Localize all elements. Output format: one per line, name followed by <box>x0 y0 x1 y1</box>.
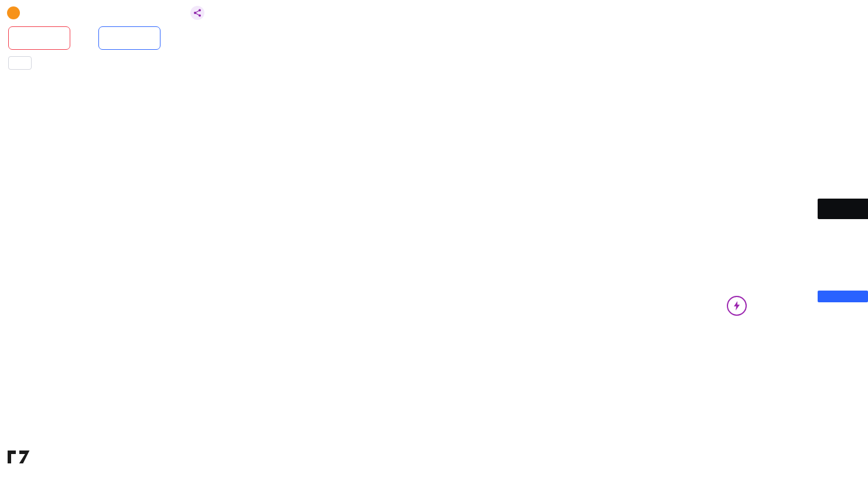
chart-canvas[interactable] <box>0 0 868 488</box>
current-price-badge[interactable] <box>818 199 868 219</box>
buy-button[interactable] <box>98 26 160 50</box>
lightning-icon <box>733 301 741 310</box>
sell-button[interactable] <box>8 26 70 50</box>
ohlc-readout <box>216 9 231 18</box>
bitcoin-logo <box>7 6 20 19</box>
indicator-collapse-button[interactable] <box>8 56 32 70</box>
tradingview-logo-glyph <box>6 448 34 466</box>
chart-window <box>0 0 868 488</box>
share-icon[interactable] <box>190 6 204 20</box>
lightning-button[interactable] <box>727 296 747 316</box>
share-glyph <box>193 9 201 17</box>
alert-price-badge[interactable] <box>818 291 868 302</box>
tradingview-logo[interactable] <box>6 448 34 469</box>
